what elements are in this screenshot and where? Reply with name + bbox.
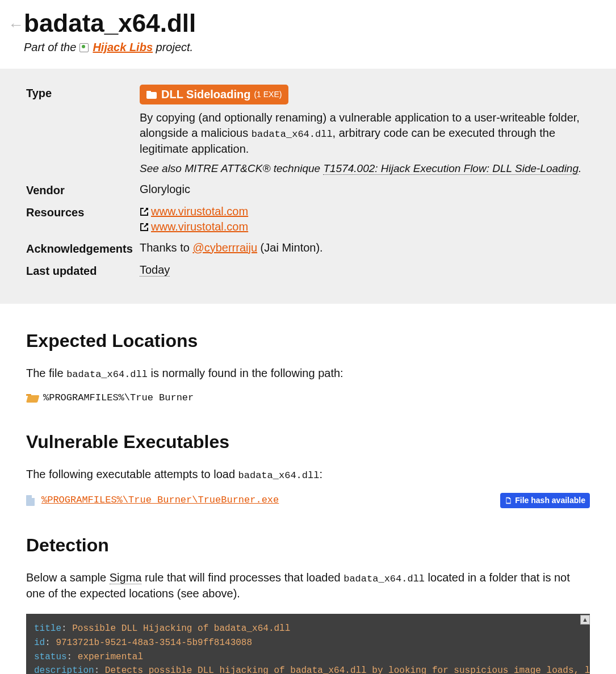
folder-open-icon (26, 394, 37, 403)
sigma-rule-code: title: Possible DLL Hijacking of badata_… (26, 614, 590, 674)
updated-value: Today (140, 263, 170, 277)
type-description: By copying (and optionally renaming) a v… (140, 110, 590, 157)
expected-locations-intro: The file badata_x64.dll is normally foun… (26, 366, 590, 382)
external-link-icon (140, 207, 149, 216)
ack-value: Thanks to @cyberrraiju (Jai Minton). (140, 240, 590, 257)
detection-heading: Detection (26, 533, 590, 558)
hijacklibs-link[interactable]: Hijack Libs (93, 41, 153, 53)
sigma-link[interactable]: Sigma (110, 571, 142, 584)
resource-link[interactable]: www.virustotal.com (151, 205, 248, 217)
vulnerable-executables-heading: Vulnerable Executables (26, 430, 590, 454)
detection-intro: Below a sample Sigma rule that will find… (26, 570, 590, 601)
expected-locations-heading: Expected Locations (26, 329, 590, 353)
sideloading-badge[interactable]: DLL Sideloading (1 EXE) (140, 85, 288, 104)
see-also: See also MITRE ATT&CK® technique T1574.0… (140, 161, 590, 176)
resource-link[interactable]: www.virustotal.com (151, 220, 248, 233)
ack-twitter-link[interactable]: @cyberrraiju (192, 241, 257, 254)
location-path: %PROGRAMFILES%\True Burner (43, 392, 194, 405)
scroll-up-icon[interactable]: ▲ (580, 615, 590, 625)
document-icon (505, 497, 512, 504)
page-subtitle: Part of the Hijack Libs project. (24, 40, 196, 55)
vulnerable-exe-link[interactable]: %PROGRAMFILES%\True Burner\TrueBurner.ex… (41, 494, 279, 507)
vendor-label: Vendor (26, 182, 140, 198)
resources-label: Resources (26, 204, 140, 235)
file-hash-badge[interactable]: File hash available (500, 493, 590, 508)
external-link-icon (140, 223, 149, 232)
vendor-value: Glorylogic (140, 182, 590, 198)
page-title: badata_x64.dll (24, 10, 196, 36)
type-label: Type (26, 85, 140, 176)
ack-label: Acknowledgements (26, 240, 140, 257)
info-panel: Type DLL Sideloading (1 EXE) By copying … (0, 69, 616, 304)
folder-icon (146, 91, 157, 99)
back-arrow-icon[interactable]: ← (8, 17, 24, 33)
mitre-link[interactable]: T1574.002: Hijack Execution Flow: DLL Si… (323, 162, 579, 175)
vulnerable-intro: The following executable attempts to loa… (26, 467, 590, 483)
hijacklibs-favicon (79, 43, 89, 52)
file-icon (26, 495, 35, 506)
updated-label: Last updated (26, 262, 140, 279)
